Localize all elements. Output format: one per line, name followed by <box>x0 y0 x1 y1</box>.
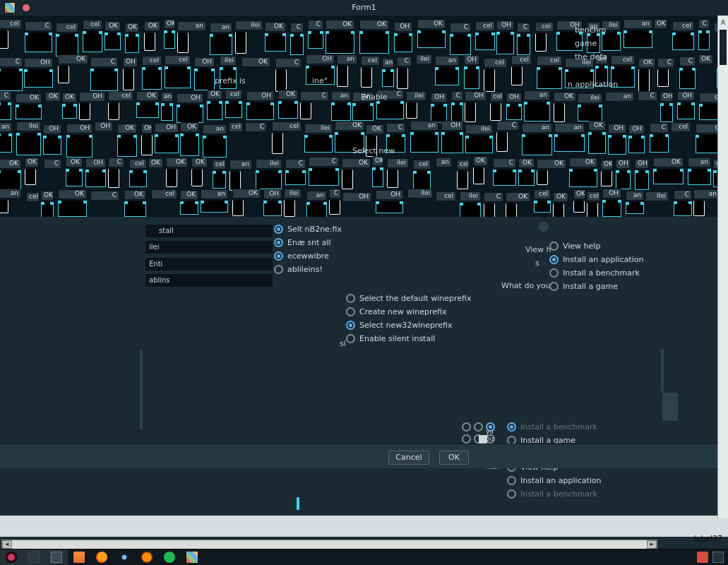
rect-icon <box>28 552 40 563</box>
label-view-h-cut: View h <box>525 245 551 254</box>
corrupted-tile: C <box>44 159 61 185</box>
taskbar-start[interactable] <box>0 549 23 565</box>
corrupted-tile: cel <box>56 23 78 56</box>
tile-slab <box>534 201 551 213</box>
scroll-right-icon[interactable]: ▸ <box>647 540 657 549</box>
pill-1[interactable] <box>462 422 471 432</box>
tile-button-fragment: C <box>650 123 669 133</box>
tile-button-fragment: ilei <box>256 159 282 169</box>
tile-slab <box>213 171 226 189</box>
radio-br-app[interactable] <box>507 476 516 485</box>
corrupted-tile: an <box>435 56 459 85</box>
radio-select-default[interactable] <box>346 294 355 303</box>
radio-install-app[interactable] <box>549 255 559 264</box>
corrupted-tile: OH <box>602 189 621 217</box>
text-ilei[interactable]: ilei <box>145 241 273 254</box>
taskbar-firefox[interactable] <box>90 549 113 565</box>
tile-button-fragment: an <box>623 19 652 29</box>
scroll-left-icon[interactable]: ◂ <box>2 540 12 549</box>
tile-button-fragment: OK <box>241 57 270 67</box>
corrupted-tile: C <box>300 91 329 119</box>
tile-button-fragment: C <box>450 23 471 32</box>
tile-button-fragment: OK <box>638 58 655 68</box>
radio-create-new[interactable] <box>346 307 355 316</box>
tray-terminal-icon[interactable] <box>712 552 724 563</box>
taskbar-spotify[interactable] <box>158 549 181 565</box>
tile-slab <box>506 104 522 120</box>
pill-2[interactable] <box>474 422 483 432</box>
text-enti[interactable]: Enti <box>145 258 273 270</box>
radio-install-bench[interactable] <box>549 268 559 278</box>
taskbar-palette[interactable] <box>181 549 203 565</box>
taskbar-showdesk[interactable] <box>23 549 45 565</box>
tile-button-fragment: OH <box>441 121 463 131</box>
tile-button-fragment: OH <box>43 124 61 134</box>
tile-slab <box>62 104 77 119</box>
tile-button-fragment: OK <box>653 157 684 167</box>
radio-install-game[interactable] <box>549 282 559 291</box>
corrupted-tile: ilei <box>465 124 493 153</box>
tile-slab <box>457 171 468 189</box>
ok-button[interactable]: OK <box>439 451 469 465</box>
tile-button-fragment: C <box>657 58 674 68</box>
tile-button-fragment: OH <box>431 93 447 102</box>
horizontal-scrollbar[interactable]: ◂ ▸ <box>1 540 657 549</box>
radio-enaesnt[interactable] <box>274 238 283 247</box>
tile-slab <box>524 102 550 121</box>
tile-button-fragment: cel <box>361 56 380 66</box>
tile-slab <box>25 32 52 52</box>
tile-slab <box>352 103 374 121</box>
radio-br-bench[interactable] <box>507 489 516 499</box>
tile-slab <box>284 200 295 217</box>
taskbar-tray <box>697 552 728 563</box>
pill-4[interactable] <box>462 434 471 444</box>
corrupted-tile: OK <box>62 93 77 119</box>
tile-button-fragment: OK <box>58 189 87 199</box>
tile-button-fragment: C <box>285 159 306 169</box>
corrupted-tile: C <box>450 23 471 55</box>
label-s-cut: s <box>535 258 539 268</box>
corrupted-tile: C <box>484 192 503 219</box>
corrupted-tile: C <box>329 189 341 215</box>
tile-slab <box>275 69 287 92</box>
radio-select-new32[interactable] <box>346 321 355 330</box>
tile-slab <box>465 102 476 122</box>
text-ablins[interactable]: ablins <box>145 274 273 287</box>
corrupted-tile: OK <box>124 190 146 217</box>
kill-window-icon[interactable] <box>697 552 708 563</box>
tile-button-fragment: OH <box>194 57 215 67</box>
lutris-icon <box>141 552 153 563</box>
radio-br-bench-trunc[interactable] <box>507 422 516 432</box>
taskbar-terminal[interactable] <box>45 549 68 565</box>
radio-enable-silent[interactable] <box>346 334 355 343</box>
center-radio-group: Select the default wineprefix Create new… <box>346 292 477 345</box>
corrupted-tile: OK <box>241 57 270 90</box>
text-stall[interactable]: stall <box>145 225 273 237</box>
radio-ecewwibre[interactable] <box>274 251 283 261</box>
label-br-bench-trunc: Install a benchmark <box>520 422 597 432</box>
taskbar-steam[interactable] <box>113 549 136 565</box>
tile-button-fragment: ilei <box>235 20 263 30</box>
cancel-button[interactable]: Cancel <box>388 451 429 465</box>
tile-button-fragment: cel <box>26 192 40 202</box>
tile-button-fragment: C <box>451 91 463 101</box>
radio-seltnb2[interactable] <box>274 225 283 234</box>
tile-button-fragment: OK <box>372 156 383 166</box>
corrupted-tile: C <box>517 23 530 55</box>
tile-slab <box>413 171 431 190</box>
tile-slab <box>290 34 304 55</box>
tile-slab <box>229 171 241 191</box>
close-icon[interactable] <box>23 4 30 11</box>
radio-ablileins[interactable] <box>274 265 283 274</box>
tile-slab <box>361 67 372 88</box>
corrupted-tile: OH <box>177 93 203 123</box>
tile-button-fragment: OK <box>45 92 61 102</box>
corrupted-tile: OH <box>441 121 463 153</box>
tile-slab <box>435 67 459 85</box>
tile-slab <box>155 134 179 153</box>
taskbar-lutris[interactable] <box>136 549 158 565</box>
overlay-ine: ine" <box>312 76 328 85</box>
corrupted-tile: OK <box>58 54 88 83</box>
taskbar-files[interactable] <box>68 549 90 565</box>
corrupted-tile: cel <box>108 91 133 120</box>
